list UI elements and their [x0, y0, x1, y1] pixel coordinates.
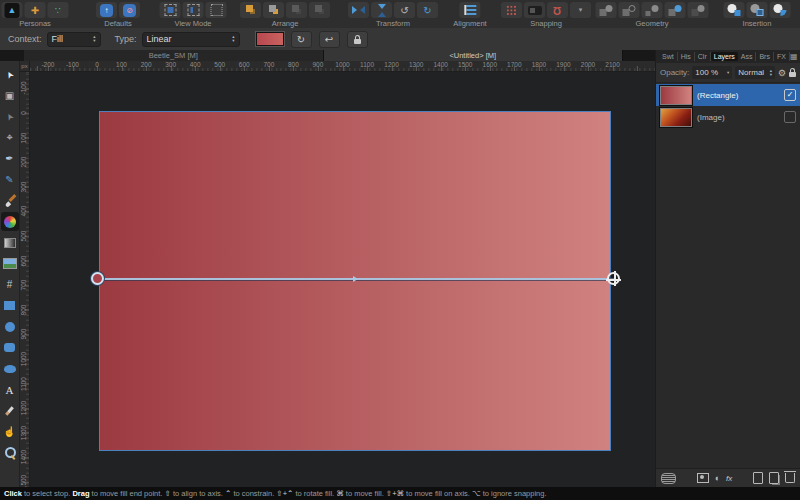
gradient-start-stop-handle[interactable]	[91, 272, 104, 285]
layer-effects-icon[interactable]: fx	[726, 474, 732, 483]
artistic-text-tool[interactable]: A	[1, 380, 19, 399]
synchronise-defaults-button[interactable]: ↑	[96, 2, 117, 18]
mask-layer-icon[interactable]	[697, 473, 709, 483]
alignment-button[interactable]	[459, 2, 480, 18]
layers-panel-bottom-bar: ◐fx	[656, 468, 800, 487]
flip-vertical-icon	[376, 4, 387, 17]
delete-layer-icon[interactable]	[785, 473, 795, 483]
fill-color-swatch[interactable]	[256, 32, 284, 46]
insert-inside-button[interactable]	[724, 2, 745, 18]
move-backward-button[interactable]	[286, 2, 307, 18]
document-tab[interactable]: <Untitled> [M]	[324, 50, 624, 61]
reverse-gradient-button[interactable]: ↩	[319, 31, 340, 48]
gradient-type-select[interactable]: Linear ▴▾	[142, 32, 240, 47]
top-ruler-label: 2100	[605, 61, 619, 68]
toolbar-group-icons: ↑⊘	[96, 1, 140, 19]
layer-visibility-checkbox[interactable]	[784, 111, 796, 123]
edit-all-layers-icon[interactable]	[661, 473, 676, 484]
pixel-persona-button[interactable]: ✚	[25, 2, 46, 18]
color-picker-tool[interactable]	[1, 401, 19, 420]
document-tab[interactable]: Beetle_SM [M]	[24, 50, 324, 61]
node-tool[interactable]: ➤	[1, 107, 19, 126]
move-to-back-button[interactable]	[309, 2, 330, 18]
gradient-end-cursor-crosshair[interactable]	[607, 272, 620, 285]
custom-shape-tool[interactable]	[1, 359, 19, 378]
view-tool[interactable]: ☝	[1, 422, 19, 441]
adjustment-layer-icon[interactable]: ◐	[715, 473, 720, 483]
geometry-add-icon	[600, 5, 613, 16]
place-image-tool[interactable]	[1, 254, 19, 273]
fill-tool[interactable]	[1, 212, 19, 231]
designer-persona-button[interactable]: ▲	[2, 2, 23, 18]
top-ruler-label: 600	[239, 61, 250, 68]
panel-grid-icon[interactable]: ▦	[790, 52, 798, 61]
export-persona-button[interactable]: ∴	[48, 2, 69, 18]
artboard-tool[interactable]: ▣	[1, 86, 19, 105]
outline-view-button[interactable]	[206, 2, 227, 18]
add-group-icon[interactable]	[769, 472, 779, 484]
move-forward-button[interactable]	[263, 2, 284, 18]
geometry-intersect-button[interactable]	[642, 2, 663, 18]
toolbar-group-geometry: Geometry	[596, 1, 709, 28]
geometry-divide-button[interactable]	[665, 2, 686, 18]
ruler-unit[interactable]: px	[20, 61, 30, 72]
transparency-tool[interactable]	[1, 233, 19, 252]
vector-crop-tool[interactable]: #	[1, 275, 19, 294]
zoom-tool[interactable]	[1, 443, 19, 462]
context-select-value: Fill	[52, 34, 64, 44]
layer-row[interactable]: (Image)	[656, 106, 800, 128]
geometry-combine-button[interactable]	[688, 2, 709, 18]
rotate-cw-icon: ↻	[423, 5, 431, 16]
add-layer-icon[interactable]	[753, 472, 763, 484]
rounded-rectangle-tool[interactable]	[1, 338, 19, 357]
status-text: to align to axis.	[171, 489, 225, 498]
snapping-toggle-button[interactable]	[524, 2, 545, 18]
left-ruler-label: 100	[20, 132, 27, 143]
panel-tab-his[interactable]: His	[678, 52, 695, 61]
move-to-front-icon	[246, 5, 253, 12]
snapping-presets-button[interactable]	[501, 2, 522, 18]
layer-row[interactable]: (Rectangle)✓	[656, 84, 800, 106]
snapping-magnet-button[interactable]: Ω	[547, 2, 568, 18]
point-transform-tool[interactable]: ⌖	[1, 128, 19, 147]
revert-defaults-button[interactable]: ⊘	[119, 2, 140, 18]
vector-view-button[interactable]	[160, 2, 181, 18]
vector-brush-tool[interactable]	[1, 191, 19, 210]
opacity-select[interactable]: 100 % ▾	[692, 66, 732, 79]
flip-horizontal-button[interactable]	[348, 2, 369, 18]
ellipse-tool[interactable]	[1, 317, 19, 336]
rotate-ccw-button[interactable]: ↺	[394, 2, 415, 18]
left-ruler-label: 500	[20, 231, 27, 242]
panel-tab-swt[interactable]: Swt	[659, 52, 678, 61]
geometry-add-button[interactable]	[596, 2, 617, 18]
panel-tab-clr[interactable]: Clr	[695, 52, 711, 61]
context-select[interactable]: Fill ▴▾	[47, 32, 101, 47]
layer-settings-gear-icon[interactable]: ⚙	[778, 68, 786, 78]
gradient-midpoint-handle[interactable]	[353, 276, 358, 282]
panel-tab-brs[interactable]: Brs	[756, 52, 774, 61]
canvas[interactable]	[30, 72, 655, 487]
layer-visibility-checkbox[interactable]: ✓	[784, 89, 796, 101]
split-view-button[interactable]	[183, 2, 204, 18]
panel-tab-ass[interactable]: Ass	[738, 52, 757, 61]
toolbar-group-label: Arrange	[272, 19, 299, 28]
panel-tab-layers[interactable]: Layers	[711, 52, 738, 61]
rotate-fill-button[interactable]: ↻	[291, 31, 312, 48]
pencil-tool[interactable]: ✎	[1, 170, 19, 189]
rectangle-tool[interactable]	[1, 296, 19, 315]
panel-tab-fx[interactable]: FX	[774, 52, 790, 61]
pen-tool[interactable]: ✒	[1, 149, 19, 168]
move-tool[interactable]: ➤	[1, 65, 19, 84]
status-text: to ignore snapping.	[481, 489, 547, 498]
snapping-caret-button[interactable]: ▾	[570, 2, 591, 18]
rotate-cw-button[interactable]: ↻	[417, 2, 438, 18]
layer-lock-icon[interactable]	[789, 72, 796, 77]
blend-mode-select[interactable]: Normal ▴▾	[735, 66, 775, 79]
status-text: to move fill end point.	[89, 489, 164, 498]
move-to-front-button[interactable]	[240, 2, 261, 18]
geometry-subtract-button[interactable]	[619, 2, 640, 18]
flip-vertical-button[interactable]	[371, 2, 392, 18]
insert-behind-button[interactable]	[747, 2, 768, 18]
insert-on-top-button[interactable]	[770, 2, 791, 18]
maintain-fill-aspect-button[interactable]	[347, 31, 368, 48]
